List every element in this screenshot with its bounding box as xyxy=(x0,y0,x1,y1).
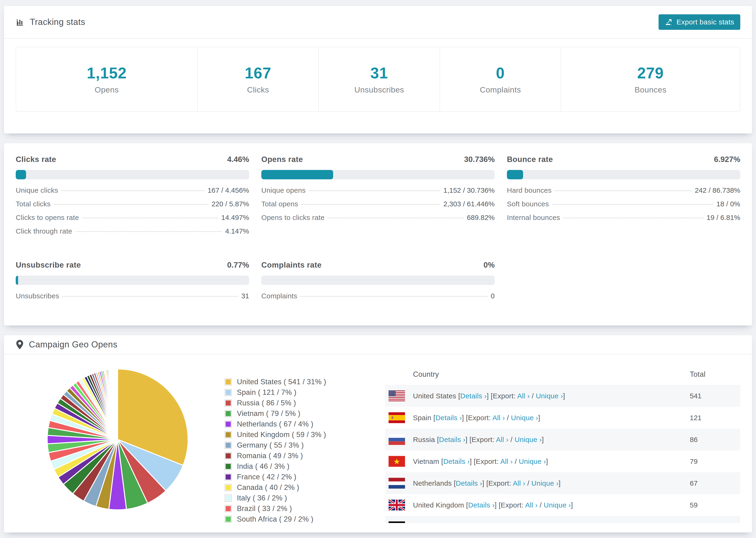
legend-item-gb[interactable]: United Kingdom ( 59 / 3% ) xyxy=(225,429,329,440)
geo-table: Country Total United States [Details ›] … xyxy=(385,364,740,523)
legend-label: Spain ( 121 / 7% ) xyxy=(237,388,297,397)
legend-color-swatch xyxy=(225,389,232,396)
legend-color-swatch xyxy=(225,400,232,406)
legend-item-es[interactable]: Spain ( 121 / 7% ) xyxy=(225,387,329,398)
legend-color-swatch xyxy=(225,431,232,438)
export-basic-stats-button[interactable]: Export basic stats xyxy=(659,14,740,30)
table-row-ru: Russia [Details ›] [Export: All › / Uniq… xyxy=(385,429,740,451)
legend-item-it[interactable]: Italy ( 36 / 2% ) xyxy=(225,493,329,503)
de-flag-icon xyxy=(385,521,413,523)
stat-cell-complaints: 0Complaints xyxy=(440,47,561,111)
stat-cell-clicks: 167Clicks xyxy=(197,47,318,111)
legend-label: Italy ( 36 / 2% ) xyxy=(237,494,287,502)
country-cell: United Kingdom [Details ›] [Export: All … xyxy=(413,501,690,509)
column-header-total: Total xyxy=(690,370,740,379)
rate-value: 6.927% xyxy=(714,155,740,164)
table-row-de: Germany [Details ›] [Export: All › / Uni… xyxy=(385,516,740,523)
details-link[interactable]: Details › xyxy=(443,457,470,465)
export-all-link[interactable]: All › xyxy=(517,392,530,400)
export-unique-link[interactable]: Unique › xyxy=(531,479,559,487)
legend-item-ca[interactable]: Canada ( 40 / 2% ) xyxy=(225,482,329,493)
export-unique-link[interactable]: Unique › xyxy=(519,457,546,465)
details-link[interactable]: Details › xyxy=(436,414,462,422)
legend-item-br[interactable]: Brazil ( 33 / 2% ) xyxy=(225,503,329,514)
legend-item-in[interactable]: India ( 46 / 3% ) xyxy=(225,461,329,471)
stat-cell-bounces: 279Bounces xyxy=(561,47,740,111)
stat-value: 1,152 xyxy=(87,64,127,82)
export-all-link[interactable]: All › xyxy=(500,457,513,465)
legend-label: South Africa ( 29 / 2% ) xyxy=(237,515,313,523)
country-name: Spain xyxy=(413,414,431,422)
dotted-leader xyxy=(552,204,713,205)
pie-slice[interactable] xyxy=(117,369,118,439)
rate-detail-row: Unique clicks167 / 4.456% xyxy=(16,187,249,200)
export-unique-link[interactable]: Unique › xyxy=(514,436,542,443)
rate-value: 0.77% xyxy=(227,260,249,269)
details-link[interactable]: Details › xyxy=(468,501,495,509)
legend-item-us[interactable]: United States ( 541 / 31% ) xyxy=(225,377,329,387)
rate-title: Bounce rate xyxy=(507,155,553,164)
export-unique-link[interactable]: Unique › xyxy=(536,392,563,400)
page-title: Tracking stats xyxy=(30,17,85,27)
legend-item-de[interactable]: Germany ( 55 / 3% ) xyxy=(225,440,329,451)
geo-title-wrap: Campaign Geo Opens xyxy=(16,340,117,350)
export-unique-link[interactable]: Unique › xyxy=(544,501,571,509)
rate-detail-row: Opens to clicks rate689.82% xyxy=(261,214,495,227)
details-link[interactable]: Details › xyxy=(460,392,487,400)
total-cell: 67 xyxy=(690,479,740,487)
campaign-geo-opens-card: Campaign Geo Opens United States ( 541 /… xyxy=(4,335,752,533)
table-row-vn: Vietnam [Details ›] [Export: All › / Uni… xyxy=(385,451,740,472)
details-link[interactable]: Details › xyxy=(456,479,482,487)
rate-detail-row: Soft bounces18 / 0% xyxy=(507,200,740,214)
progress-bar xyxy=(16,170,249,179)
total-cell: 86 xyxy=(690,436,740,444)
export-all-link[interactable]: All › xyxy=(525,501,538,509)
column-header-country: Country xyxy=(385,370,690,379)
rate-title: Opens rate xyxy=(261,155,303,164)
legend-item-vn[interactable]: Vietnam ( 79 / 5% ) xyxy=(225,408,329,419)
legend-label: Netherlands ( 67 / 4% ) xyxy=(237,420,313,428)
legend-color-swatch xyxy=(225,421,232,428)
details-link[interactable]: Details › xyxy=(439,436,465,443)
table-row-gb: United Kingdom [Details ›] [Export: All … xyxy=(385,494,740,516)
legend-item-ru[interactable]: Russia ( 86 / 5% ) xyxy=(225,398,329,408)
stat-label: Complaints xyxy=(480,85,521,94)
tracking-stats-header: Tracking stats Export basic stats xyxy=(4,6,752,39)
gb-flag-icon xyxy=(385,500,413,511)
rate-title: Clicks rate xyxy=(16,155,56,164)
rate-detail-row: Complaints0 xyxy=(261,292,495,306)
bar-chart-icon xyxy=(16,18,25,27)
legend-item-za[interactable]: South Africa ( 29 / 2% ) xyxy=(225,514,329,523)
tracking-stats-card: Tracking stats Export basic stats 1,152O… xyxy=(4,6,752,134)
stat-label: Opens xyxy=(95,85,119,94)
legend-label: India ( 46 / 3% ) xyxy=(237,462,290,471)
export-all-link[interactable]: All › xyxy=(513,479,525,487)
country-name: United Kingdom xyxy=(413,501,464,509)
stat-value: 31 xyxy=(370,64,388,82)
total-cell: 79 xyxy=(690,457,740,465)
country-name: United States xyxy=(413,392,456,400)
legend-item-ro[interactable]: Romania ( 49 / 3% ) xyxy=(225,451,329,461)
stat-cell-unsubscribes: 31Unsubscribes xyxy=(318,47,440,111)
export-button-label: Export basic stats xyxy=(676,18,734,26)
export-unique-link[interactable]: Unique › xyxy=(511,414,538,422)
legend-color-swatch xyxy=(225,463,232,470)
export-all-link[interactable]: All › xyxy=(496,436,509,443)
legend-item-nl[interactable]: Netherlands ( 67 / 4% ) xyxy=(225,419,329,429)
rate-title: Complaints rate xyxy=(261,260,322,269)
geo-title: Campaign Geo Opens xyxy=(29,340,117,350)
progress-bar xyxy=(507,170,740,179)
legend-color-swatch xyxy=(225,516,232,523)
vn-flag-icon xyxy=(385,456,413,467)
ru-flag-icon xyxy=(385,434,413,445)
dotted-leader xyxy=(54,204,208,205)
summary-stats-row: 1,152Opens167Clicks31Unsubscribes0Compla… xyxy=(16,47,740,112)
rate-detail-row: Unique opens1,152 / 30.736% xyxy=(261,187,495,200)
geo-content: United States ( 541 / 31% )Spain ( 121 /… xyxy=(4,354,752,523)
legend-label: Brazil ( 33 / 2% ) xyxy=(237,505,292,513)
rate-title: Unsubscribe rate xyxy=(16,260,81,269)
legend-item-fr[interactable]: France ( 42 / 2% ) xyxy=(225,471,329,482)
rates-grid: Clicks rate4.46%Unique clicks167 / 4.456… xyxy=(16,155,740,306)
country-cell: Vietnam [Details ›] [Export: All › / Uni… xyxy=(413,457,690,465)
export-all-link[interactable]: All › xyxy=(492,414,505,422)
